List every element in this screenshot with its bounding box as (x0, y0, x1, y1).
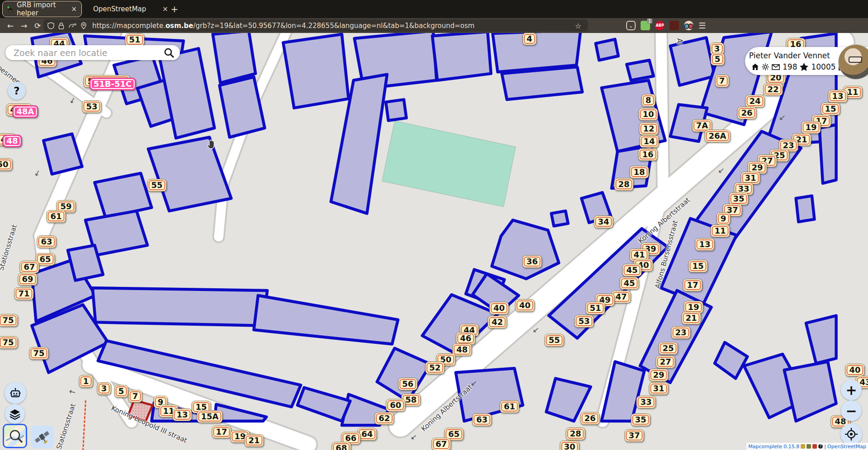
housenumber-badge[interactable]: 67 (19, 261, 39, 273)
housenumber-badge[interactable]: 25 (658, 342, 678, 355)
housenumber-badge[interactable]: 48A (13, 105, 38, 118)
menu-icon[interactable]: ☰ (698, 21, 706, 30)
tab-grb-import-helper[interactable]: GRB GRB import helper × (3, 1, 81, 17)
glasses-extension-icon[interactable] (684, 21, 693, 30)
tab-close-icon[interactable]: × (162, 5, 168, 13)
housenumber-badge[interactable]: 35 (729, 192, 748, 205)
housenumber-badge[interactable]: 42 (487, 316, 507, 328)
tab-openstreetmap[interactable]: OpenStreetMap × (85, 1, 165, 17)
housenumber-badge[interactable]: 12 (639, 122, 658, 135)
housenumber-badge[interactable]: 50 (0, 158, 13, 171)
housenumber-badge[interactable]: 16 (638, 148, 657, 161)
housenumber-badge[interactable]: 63 (37, 235, 56, 248)
housenumber-badge[interactable]: 15 (821, 103, 840, 115)
attribution-icon[interactable] (807, 444, 811, 449)
housenumber-badge[interactable]: 13 (172, 408, 192, 421)
attribution-icon[interactable] (801, 444, 805, 449)
attribution-help-icon[interactable]: ? (818, 444, 823, 449)
housenumber-badge[interactable]: 40 (845, 364, 864, 376)
housenumber-badge[interactable]: 51 (585, 302, 605, 314)
housenumber-badge[interactable]: 22 (763, 83, 783, 96)
new-tab-button[interactable]: + (169, 4, 180, 14)
housenumber-badge[interactable]: 15 (688, 260, 708, 272)
housenumber-badge[interactable]: 31 (649, 382, 668, 395)
reload-button[interactable]: ⟳ (31, 21, 44, 30)
housenumber-badge[interactable]: 19 (801, 121, 821, 134)
housenumber-badge[interactable]: 18 (629, 166, 649, 178)
housenumber-badge[interactable]: 21 (244, 434, 264, 447)
tab-close-icon[interactable]: × (71, 5, 77, 13)
housenumber-badge[interactable]: 53 (82, 100, 101, 113)
background-osm-button[interactable] (3, 424, 27, 448)
map-canvas[interactable]: oesmeerStationsstraatStationsstraatKonin… (0, 33, 868, 450)
housenumber-badge[interactable]: 56 (398, 378, 417, 390)
housenumber-badge[interactable]: 5 (711, 53, 725, 66)
adblock-icon[interactable]: ABP (655, 21, 665, 30)
housenumber-badge[interactable]: 60 (386, 399, 405, 412)
url-bar[interactable]: https://mapcomplete.osm.be/grb?z=19&lat=… (43, 19, 588, 32)
search-icon[interactable] (164, 47, 175, 58)
housenumber-badge[interactable]: 48 (452, 343, 472, 356)
housenumber-badge[interactable]: 48 (2, 135, 22, 147)
housenumber-badge[interactable]: 29 (649, 369, 668, 381)
housenumber-badge[interactable]: 21 (681, 312, 701, 324)
housenumber-badge[interactable]: 53 (574, 315, 594, 328)
housenumber-badge[interactable]: 75 (0, 314, 18, 327)
extension-icon[interactable] (670, 21, 679, 30)
avatar[interactable] (838, 44, 868, 80)
housenumber-badge[interactable]: 63 (472, 413, 491, 426)
housenumber-badge[interactable]: 17 (683, 279, 702, 291)
housenumber-badge[interactable]: 23 (671, 326, 690, 339)
housenumber-badge[interactable]: 7 (128, 390, 142, 403)
housenumber-badge[interactable]: 71 (14, 287, 33, 300)
gauge-icon[interactable] (68, 23, 76, 29)
osm-extension-icon[interactable]: 1 (641, 21, 650, 30)
housenumber-badge[interactable]: 40 (489, 302, 509, 314)
housenumber-badge[interactable]: 26 (737, 107, 756, 119)
shield-icon[interactable] (47, 22, 54, 29)
layers-button[interactable] (5, 404, 25, 424)
bookmark-star-icon[interactable]: ☆ (575, 22, 581, 30)
zoom-out-button[interactable]: − (841, 400, 862, 421)
housenumber-badge[interactable]: 1 (79, 375, 93, 388)
housenumber-badge[interactable]: 7 (715, 75, 729, 87)
housenumber-badge[interactable]: 51 (125, 33, 144, 46)
zoom-in-button[interactable]: + (841, 380, 862, 400)
mapcomplete-version-link[interactable]: Mapcomplete 0.15.8 (748, 444, 799, 450)
housenumber-badge[interactable]: 69 (18, 273, 37, 286)
lock-icon[interactable] (58, 22, 64, 29)
housenumber-badge[interactable]: 33 (636, 396, 656, 408)
housenumber-badge[interactable]: 75 (0, 336, 18, 349)
housenumber-badge[interactable]: 10 (638, 108, 658, 121)
housenumber-badge[interactable]: 45 (619, 277, 639, 290)
housenumber-badge[interactable]: 4 (523, 33, 537, 45)
housenumber-badge[interactable]: 30 (560, 441, 579, 450)
housenumber-badge[interactable]: 9 (717, 212, 731, 225)
messages-icon[interactable] (772, 64, 780, 70)
housenumber-badge[interactable]: 68 (331, 442, 351, 450)
housenumber-badge[interactable]: 61 (500, 400, 519, 413)
housenumber-badge[interactable]: 40 (515, 299, 534, 312)
housenumber-badge[interactable]: 37 (624, 429, 644, 442)
housenumber-badge[interactable]: 24 (745, 95, 764, 108)
import-helper-button[interactable] (5, 382, 26, 404)
housenumber-badge[interactable]: 34 (594, 216, 613, 228)
housenumber-badge[interactable]: 55 (147, 179, 166, 192)
location-permission-icon[interactable] (80, 22, 87, 29)
housenumber-badge[interactable]: 28 (566, 427, 585, 440)
housenumber-badge[interactable]: 26 (580, 412, 599, 425)
housenumber-badge[interactable]: 75 (29, 347, 48, 360)
housenumber-badge[interactable]: 13 (828, 90, 847, 103)
housenumber-badge[interactable]: 67 (431, 438, 451, 450)
housenumber-badge[interactable]: 5 (114, 385, 128, 398)
sports-field[interactable] (382, 121, 516, 207)
housenumber-badge[interactable]: 11 (710, 225, 730, 237)
gear-icon[interactable] (762, 63, 769, 70)
housenumber-badge[interactable]: 52 (425, 361, 444, 374)
housenumber-badge[interactable]: 8 (642, 94, 656, 107)
housenumber-badge[interactable]: 28 (614, 178, 633, 191)
housenumber-badge[interactable]: 51B-51C (90, 78, 136, 90)
pocket-icon[interactable]: ⌄ (626, 21, 636, 30)
housenumber-badge[interactable]: 17 (212, 426, 231, 438)
housenumber-badge[interactable]: 3 (97, 382, 111, 395)
